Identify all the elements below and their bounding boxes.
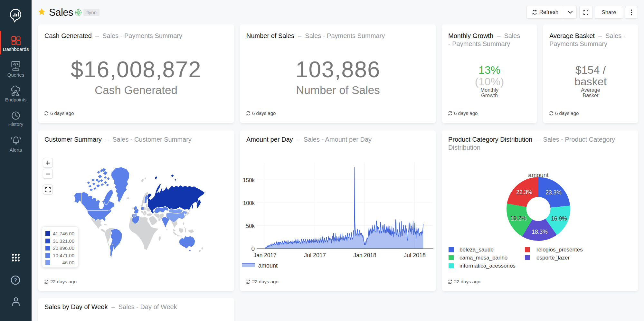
svg-text:relogios_presentes: relogios_presentes xyxy=(536,247,583,253)
svg-text:18.3%: 18.3% xyxy=(532,229,548,235)
svg-text:Jan 2017: Jan 2017 xyxy=(254,252,277,259)
svg-text:22.3%: 22.3% xyxy=(516,189,532,195)
svg-text:0: 0 xyxy=(251,245,255,252)
svg-text:amount: amount xyxy=(258,262,278,269)
svg-text:beleza_saude: beleza_saude xyxy=(459,247,494,253)
svg-text:cama_mesa_banho: cama_mesa_banho xyxy=(459,255,507,261)
svg-text:Jul 2017: Jul 2017 xyxy=(304,252,326,259)
svg-text:?: ? xyxy=(14,278,17,283)
svg-text:Jul 2018: Jul 2018 xyxy=(404,252,426,259)
svg-text:100k: 100k xyxy=(243,200,255,206)
svg-text:esporte_lazer: esporte_lazer xyxy=(536,255,570,261)
svg-text:19.2%: 19.2% xyxy=(510,215,526,222)
svg-text:Jan 2018: Jan 2018 xyxy=(354,252,376,259)
svg-text:23.3%: 23.3% xyxy=(545,189,562,196)
svg-text:50k: 50k xyxy=(246,222,255,229)
svg-text:150k: 150k xyxy=(243,177,255,184)
svg-text:informatica_acessorios: informatica_acessorios xyxy=(459,263,516,269)
svg-text:16.9%: 16.9% xyxy=(551,215,567,222)
